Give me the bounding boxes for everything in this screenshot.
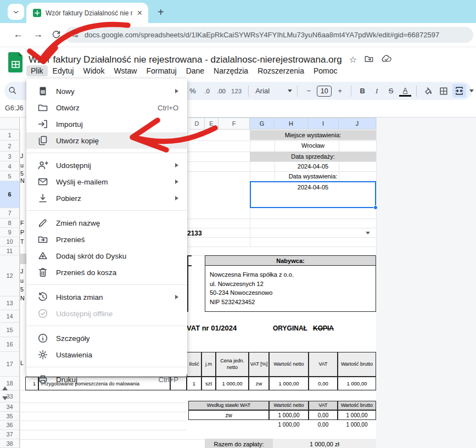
file-menu-item-nowy[interactable]: Nowy	[26, 83, 187, 99]
menubar-item-formatuj[interactable]: Formatuj	[142, 65, 181, 76]
reload-button[interactable]	[52, 30, 61, 41]
row-header-15[interactable]: 15	[0, 323, 20, 337]
font-select[interactable]: Arial	[254, 85, 285, 98]
summary-table-cell[interactable]: 0,00	[309, 410, 338, 420]
copy-label[interactable]: KOPIA	[313, 324, 334, 332]
merge-caret-icon[interactable]	[469, 89, 474, 92]
file-menu-item-szczegoly[interactable]: Szczegóły	[26, 330, 187, 346]
row-header-17[interactable]: 17	[0, 352, 20, 377]
items-table-cell-unit[interactable]: szt	[201, 377, 216, 390]
items-table-header[interactable]: Cena jedn. netto	[216, 352, 249, 377]
file-menu-item-udostepnij[interactable]: Udostępnij	[26, 157, 187, 173]
text-color-button[interactable]: A	[399, 86, 411, 97]
italic-button[interactable]: I	[371, 85, 383, 98]
row-header-4[interactable]: 4	[0, 161, 20, 171]
star-icon[interactable]: ☆	[349, 55, 357, 64]
summary-table-cell[interactable]: 1 000,00	[338, 410, 376, 420]
doc-title[interactable]: Wzór faktury Działalność nie rejestrowan…	[29, 54, 342, 65]
url-bar[interactable]: docs.google.com/spreadsheets/d/1IKaEpRkC…	[65, 27, 473, 43]
cell-sale-date[interactable]: 2024-04-05	[250, 161, 376, 171]
column-header-f[interactable]: F	[219, 117, 250, 130]
file-menu-item-importuj[interactable]: Importuj	[26, 116, 187, 132]
back-button[interactable]: ←	[13, 29, 23, 40]
menubar-item-pomoc[interactable]: Pomoc	[309, 65, 342, 76]
column-header-d[interactable]: D	[189, 117, 205, 130]
row-group-collapse-icon[interactable]	[2, 387, 8, 390]
fill-handle[interactable]	[373, 205, 378, 210]
row-header-9[interactable]: 9	[0, 228, 20, 237]
summary-table-total[interactable]: 1 000,00	[269, 420, 309, 429]
file-menu-item-drukuj[interactable]: DrukujCtrl+P	[26, 371, 187, 388]
row-header-5[interactable]: 5	[0, 171, 20, 181]
strikethrough-button[interactable]: S	[385, 85, 397, 98]
cell-sale-date-label[interactable]: Data sprzedaży:	[250, 152, 376, 161]
row-group-expand-icon[interactable]	[2, 396, 8, 400]
cell-issue-place-label[interactable]: Miejsce wystawienia:	[250, 130, 376, 140]
summary-table-header[interactable]: Wartość brutto	[338, 401, 376, 410]
row-header-36[interactable]: 36	[0, 421, 20, 430]
fill-color-button[interactable]	[422, 85, 435, 98]
row-header-14[interactable]: 14	[0, 310, 20, 323]
summary-table-header[interactable]: Według stawki WAT	[188, 401, 269, 410]
column-header-e[interactable]: E	[205, 117, 219, 130]
items-table-header[interactable]: VAT [%]	[249, 352, 269, 377]
decrease-font-button[interactable]: −	[303, 85, 315, 98]
row-header-1[interactable]: 1	[0, 130, 20, 141]
summary-table-header[interactable]: VAT	[309, 401, 338, 410]
increase-font-button[interactable]: +	[334, 85, 346, 98]
row-header-34[interactable]: 34	[0, 402, 20, 412]
summary-table-header[interactable]: Wartość netto	[269, 401, 309, 410]
cell-issue-place[interactable]: Wrocław	[250, 140, 376, 151]
file-menu-item-przenies[interactable]: Przenieś	[26, 231, 187, 248]
file-menu-item-pobierz[interactable]: Pobierz	[26, 190, 187, 206]
menubar-item-narzedzia[interactable]: Narzędzia	[209, 65, 253, 76]
items-table-cell-vat_rate[interactable]: zw	[249, 377, 269, 390]
file-menu-item-ustawienia[interactable]: Ustawienia	[26, 346, 187, 363]
name-box[interactable]: G6:J6	[5, 104, 23, 112]
row-header-35[interactable]: 35	[0, 412, 20, 421]
row-header-3[interactable]: 3	[0, 152, 20, 161]
summary-table-cell[interactable]: zw	[188, 410, 269, 420]
original-label[interactable]: ORYGINAŁ	[273, 324, 307, 332]
file-menu-item-otworz[interactable]: OtwórzCtrl+O	[26, 99, 187, 116]
file-menu-item-zmien-nazwe[interactable]: Zmień nazwę	[26, 215, 187, 231]
font-size-input[interactable]: 10	[317, 86, 332, 97]
increase-decimal-button[interactable]: .00	[215, 85, 227, 98]
menubar-item-widok[interactable]: Widok	[79, 65, 109, 76]
percent-format-button[interactable]: %	[187, 85, 199, 98]
items-table-cell-qty[interactable]: 1	[187, 377, 201, 390]
row-header-7[interactable]: 7	[0, 208, 20, 219]
borders-button[interactable]	[437, 85, 450, 98]
menubar-item-wstaw[interactable]: Wstaw	[109, 65, 141, 76]
file-menu-item-historia-zmian[interactable]: Historia zmian	[26, 289, 187, 305]
decrease-decimal-button[interactable]: .0	[201, 85, 213, 98]
file-menu-item-udostepnij-offline[interactable]: Udostępnij offline	[26, 305, 187, 322]
items-table-header[interactable]: j.m	[201, 352, 216, 377]
more-formats-button[interactable]: 123	[229, 85, 243, 98]
merge-cells-button[interactable]	[452, 84, 466, 98]
items-table-cell-vat[interactable]: 0,00	[309, 377, 338, 390]
summary-table-total[interactable]: 1 000,00	[338, 420, 376, 429]
browser-tab[interactable]: Wzór faktury Działalność nie rej ✕	[26, 3, 148, 23]
items-table-cell-unit_price[interactable]: 1 000,00	[216, 377, 249, 390]
row-header-6[interactable]: 6	[0, 181, 20, 208]
forward-button[interactable]: →	[33, 29, 43, 40]
selected-cell-range[interactable]: 2024-04-05	[250, 181, 376, 208]
column-header-h[interactable]: H	[275, 117, 308, 130]
menubar-item-edytuj[interactable]: Edytuj	[48, 65, 79, 76]
column-header-j[interactable]: J	[339, 117, 376, 130]
row-header-16[interactable]: 16	[0, 337, 20, 352]
summary-table-cell[interactable]: 1 000,00	[269, 410, 309, 420]
invoice-title-fragment[interactable]: VAT nr 01/2024	[187, 324, 237, 332]
items-table-cell-gross[interactable]: 1 000,00	[338, 377, 376, 390]
bold-button[interactable]: B	[356, 85, 368, 98]
items-table-header[interactable]: Wartość brutto	[338, 352, 376, 377]
search-icon[interactable]	[8, 86, 17, 97]
total-due-value-cell[interactable]: 1 000,00 zł	[273, 439, 376, 448]
row-header-10[interactable]: 10	[0, 237, 20, 247]
tab-close-icon[interactable]: ✕	[137, 9, 143, 17]
file-menu-item-dodaj-skrot-do-dysku[interactable]: Dodaj skrót do Dysku	[26, 248, 187, 264]
cell-issue-date-label[interactable]: Data wystawienia:	[250, 171, 376, 181]
row-header-8[interactable]: 8	[0, 219, 20, 228]
grid-corner[interactable]	[0, 117, 20, 130]
